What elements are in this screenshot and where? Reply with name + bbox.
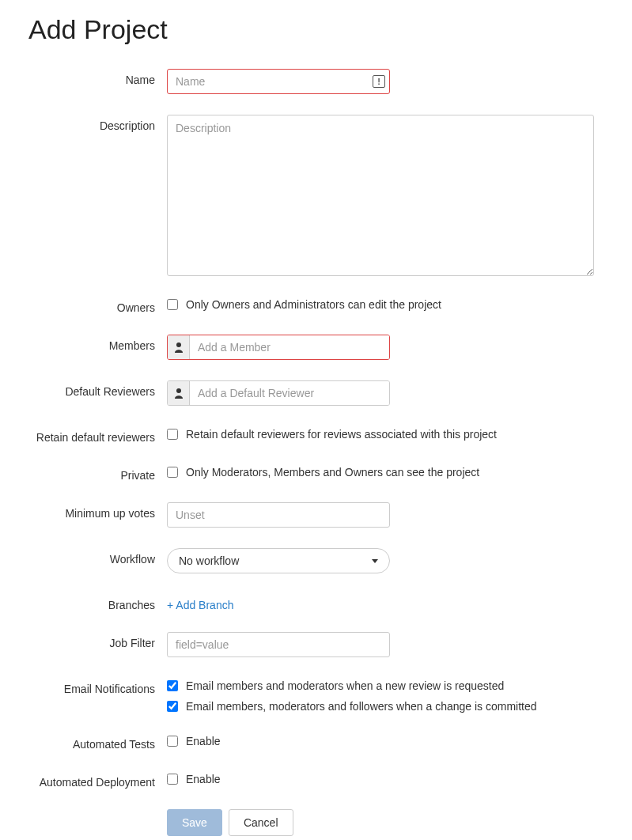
chevron-down-icon (372, 559, 378, 563)
label-owners: Owners (28, 297, 167, 314)
label-name: Name (28, 69, 167, 86)
workflow-selected-value: No workflow (179, 554, 239, 567)
label-private: Private (28, 464, 167, 482)
warning-icon: ! (373, 75, 385, 88)
email-new-review-label: Email members and moderators when a new … (186, 679, 504, 692)
description-input[interactable] (167, 115, 594, 276)
svg-point-1 (176, 388, 181, 393)
person-icon (168, 381, 190, 405)
retain-default-reviewers-checkbox[interactable] (167, 429, 178, 440)
workflow-select[interactable]: No workflow (167, 548, 390, 573)
name-input[interactable] (167, 69, 390, 94)
label-default-reviewers: Default Reviewers (28, 380, 167, 398)
private-checkbox[interactable] (167, 467, 178, 478)
svg-point-0 (176, 342, 181, 347)
page-title: Add Project (28, 14, 604, 45)
min-up-votes-input[interactable] (167, 502, 390, 528)
cancel-button[interactable]: Cancel (229, 809, 293, 836)
retain-default-reviewers-label: Retain default reviewers for reviews ass… (186, 428, 497, 441)
automated-deployment-label: Enable (186, 773, 221, 785)
label-workflow: Workflow (28, 548, 167, 566)
label-automated-tests: Automated Tests (28, 733, 167, 751)
add-branch-link[interactable]: + Add Branch (167, 594, 604, 611)
label-description: Description (28, 115, 167, 132)
email-change-committed-label: Email members, moderators and followers … (186, 700, 537, 713)
members-input[interactable] (190, 335, 389, 359)
person-icon (168, 335, 190, 359)
private-label: Only Moderators, Members and Owners can … (186, 466, 479, 479)
label-retain-default-reviewers: Retain default reviewers (28, 426, 167, 444)
owners-only-label: Only Owners and Administrators can edit … (186, 298, 441, 311)
label-branches: Branches (28, 594, 167, 611)
automated-deployment-checkbox[interactable] (167, 774, 178, 785)
job-filter-input[interactable] (167, 632, 390, 657)
label-job-filter: Job Filter (28, 632, 167, 649)
label-email-notifications: Email Notifications (28, 678, 167, 695)
email-change-committed-checkbox[interactable] (167, 701, 178, 712)
default-reviewers-input[interactable] (190, 381, 389, 405)
label-members: Members (28, 335, 167, 352)
automated-tests-label: Enable (186, 735, 221, 747)
save-button[interactable]: Save (167, 809, 222, 836)
email-new-review-checkbox[interactable] (167, 680, 178, 691)
label-automated-deployment: Automated Deployment (28, 771, 167, 789)
label-min-up-votes: Minimum up votes (28, 502, 167, 520)
automated-tests-checkbox[interactable] (167, 736, 178, 747)
owners-only-checkbox[interactable] (167, 299, 178, 310)
